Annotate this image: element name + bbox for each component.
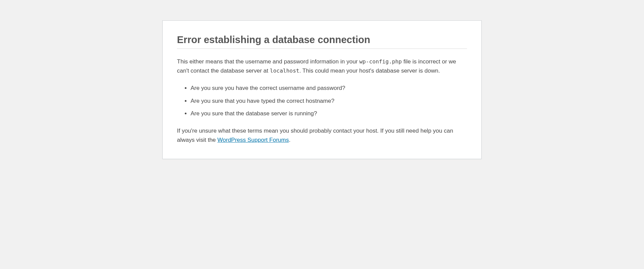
hostname-code: localhost xyxy=(270,68,300,74)
help-text-2: . xyxy=(289,137,290,143)
description-text-1: This either means that the username and … xyxy=(177,58,359,65)
support-forums-link[interactable]: WordPress Support Forums xyxy=(217,137,289,143)
description-text-3: . This could mean your host's database s… xyxy=(299,68,440,74)
troubleshooting-questions-list: Are you sure you have the correct userna… xyxy=(177,83,467,118)
error-description: This either means that the username and … xyxy=(177,57,467,75)
help-text: If you're unsure what these terms mean y… xyxy=(177,126,467,145)
question-item: Are you sure that you have typed the cor… xyxy=(191,96,467,105)
error-page-container: Error establishing a database connection… xyxy=(162,20,482,159)
error-title: Error establishing a database connection xyxy=(177,30,467,49)
config-file-code: wp-config.php xyxy=(359,58,402,65)
question-item: Are you sure you have the correct userna… xyxy=(191,83,467,93)
question-item: Are you sure that the database server is… xyxy=(191,109,467,118)
